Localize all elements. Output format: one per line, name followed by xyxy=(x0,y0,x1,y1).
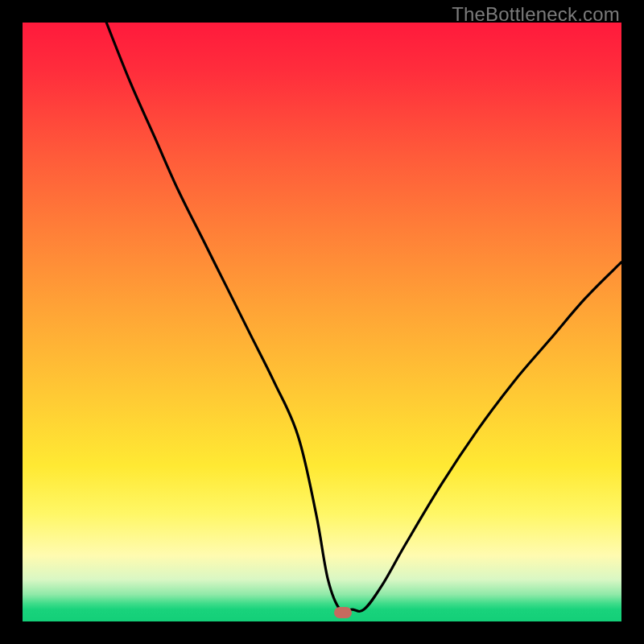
chart-frame: TheBottleneck.com xyxy=(0,0,644,644)
minimum-marker xyxy=(334,607,352,618)
bottleneck-curve xyxy=(23,23,621,621)
watermark-text: TheBottleneck.com xyxy=(452,3,620,26)
plot-area xyxy=(23,23,621,621)
